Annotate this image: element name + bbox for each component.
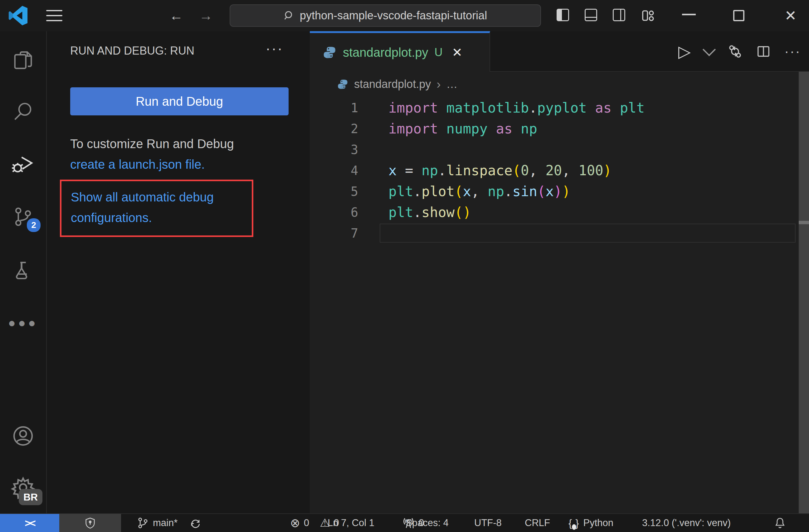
error-count: 0 [304, 517, 309, 529]
back-arrow-icon[interactable]: ← [167, 7, 186, 24]
settings-gear-icon[interactable]: BR [0, 470, 46, 504]
vscode-logo-icon [8, 6, 28, 25]
line-number[interactable]: 7 [310, 226, 358, 241]
toggle-panel-icon[interactable] [585, 9, 599, 23]
line-content[interactable]: import numpy as np [358, 121, 537, 137]
shield-icon [84, 517, 97, 529]
command-center-search[interactable]: python-sample-vscode-fastapi-tutorial [230, 4, 541, 27]
run-file-icon[interactable]: ▷ [678, 43, 691, 59]
line-number[interactable]: 5 [310, 184, 358, 199]
testing-icon[interactable] [0, 253, 46, 288]
vscode-window: ← → python-sample-vscode-fastapi-tutoria… [0, 0, 809, 532]
title-bar: ← → python-sample-vscode-fastapi-tutoria… [0, 0, 809, 31]
overview-ruler-marker [799, 221, 809, 224]
launch-json-link[interactable]: create a launch.json file. [70, 158, 205, 171]
customize-layout-icon[interactable] [641, 9, 656, 23]
line-number[interactable]: 6 [310, 205, 358, 219]
auto-config-link[interactable]: Show all automatic debug configurations. [71, 187, 214, 228]
code-line[interactable]: 7 [310, 223, 799, 244]
account-icon[interactable] [0, 419, 46, 453]
error-icon: ⊗ [290, 516, 300, 530]
current-line-highlight [380, 224, 796, 243]
explorer-icon[interactable] [0, 43, 46, 77]
line-content[interactable]: import matplotlib.pyplot as plt [358, 100, 644, 116]
tab-standardplot[interactable]: standardplot.py U ✕ [310, 31, 490, 72]
status-bar: >< main* ⊗ 0 ⚠ 0 [0, 513, 809, 532]
maximize-button[interactable] [733, 10, 744, 21]
line-number[interactable]: 1 [310, 101, 358, 115]
code-line[interactable]: 1import matplotlib.pyplot as plt [310, 97, 799, 118]
sync-icon [189, 517, 201, 529]
line-content[interactable]: x = np.linspace(0, 20, 100) [358, 162, 612, 178]
toggle-secondary-sidebar-icon[interactable] [613, 9, 627, 23]
line-number[interactable]: 3 [310, 142, 358, 157]
search-sidebar-icon[interactable] [0, 94, 46, 128]
customize-hint: To customize Run and Debug create a laun… [70, 134, 295, 175]
tab-git-status: U [435, 46, 443, 59]
editor-group: standardplot.py U ✕ ▷ [310, 31, 809, 513]
breadcrumb-file[interactable]: standardplot.py [354, 78, 431, 91]
tab-bar: standardplot.py U ✕ ▷ [310, 31, 809, 72]
braces-icon: { } [568, 517, 580, 529]
minimize-button[interactable] [682, 14, 696, 15]
editor-actions: ▷ ··· [678, 31, 801, 72]
source-control-icon[interactable]: 2 [0, 199, 46, 234]
workspace-trust-indicator[interactable] [59, 514, 121, 532]
notifications-bell[interactable] [774, 514, 786, 532]
editor-scrollbar[interactable] [799, 72, 809, 513]
encoding-status[interactable]: UTF-8 [474, 514, 502, 532]
search-icon [283, 10, 295, 21]
profile-badge: BR [19, 489, 42, 505]
indentation-status[interactable]: Spaces: 4 [406, 514, 449, 532]
line-number[interactable]: 2 [310, 122, 358, 136]
run-dropdown-chevron-icon[interactable] [703, 43, 716, 56]
tab-close-icon[interactable]: ✕ [452, 45, 463, 59]
code-lines: 1import matplotlib.pyplot as plt2import … [310, 97, 799, 244]
cursor-position[interactable]: Ln 7, Col 1 [328, 514, 374, 532]
line-number[interactable]: 4 [310, 163, 358, 178]
code-line[interactable]: 3 [310, 139, 799, 160]
git-branch-icon [137, 517, 149, 529]
close-button[interactable]: ✕ [782, 6, 799, 25]
menu-icon[interactable] [46, 10, 63, 21]
branch-status[interactable]: main* [137, 514, 201, 532]
split-editor-icon[interactable] [756, 44, 771, 59]
breadcrumb-separator-icon: › [436, 77, 441, 91]
remote-indicator[interactable]: >< [0, 514, 59, 532]
red-highlight-box: Show all automatic debug configurations. [60, 180, 253, 237]
toggle-primary-sidebar-icon[interactable] [556, 9, 571, 23]
line-content[interactable]: plt.plot(x, np.sin(x)) [358, 183, 570, 199]
run-and-debug-icon[interactable] [0, 146, 46, 181]
tab-label: standardplot.py [343, 46, 428, 59]
run-and-debug-button[interactable]: Run and Debug [70, 87, 289, 116]
breadcrumb-more[interactable]: … [446, 78, 458, 91]
activity-bar: 2 ●●● BR [0, 31, 47, 513]
code-line[interactable]: 5plt.plot(x, np.sin(x)) [310, 181, 799, 202]
bell-icon [774, 517, 786, 529]
hint-text: To customize Run and Debug [70, 137, 234, 150]
line-content[interactable]: plt.show() [358, 204, 471, 220]
breadcrumb[interactable]: standardplot.py › … [310, 72, 809, 97]
open-changes-icon[interactable] [727, 44, 742, 59]
language-mode[interactable]: { } Python [568, 514, 614, 532]
forward-arrow-icon[interactable]: → [196, 7, 215, 24]
code-line[interactable]: 4x = np.linspace(0, 20, 100) [310, 160, 799, 181]
search-value: python-sample-vscode-fastapi-tutorial [300, 9, 487, 22]
run-and-debug-sidebar: RUN AND DEBUG: RUN ··· Run and Debug To … [47, 31, 310, 513]
remote-icon: >< [25, 517, 35, 529]
scm-badge: 2 [27, 218, 40, 232]
code-line[interactable]: 6plt.show() [310, 202, 799, 223]
branch-name: main* [153, 517, 177, 529]
python-file-icon [323, 46, 337, 59]
code-line[interactable]: 2import numpy as np [310, 118, 799, 139]
more-actions-icon[interactable]: ●●● [0, 306, 46, 340]
sidebar-more-icon[interactable]: ··· [265, 40, 283, 57]
python-interpreter[interactable]: 3.12.0 ('.venv': venv) [642, 514, 731, 532]
editor-more-icon[interactable]: ··· [784, 44, 801, 59]
eol-status[interactable]: CRLF [525, 514, 550, 532]
python-file-icon-small [337, 78, 348, 90]
